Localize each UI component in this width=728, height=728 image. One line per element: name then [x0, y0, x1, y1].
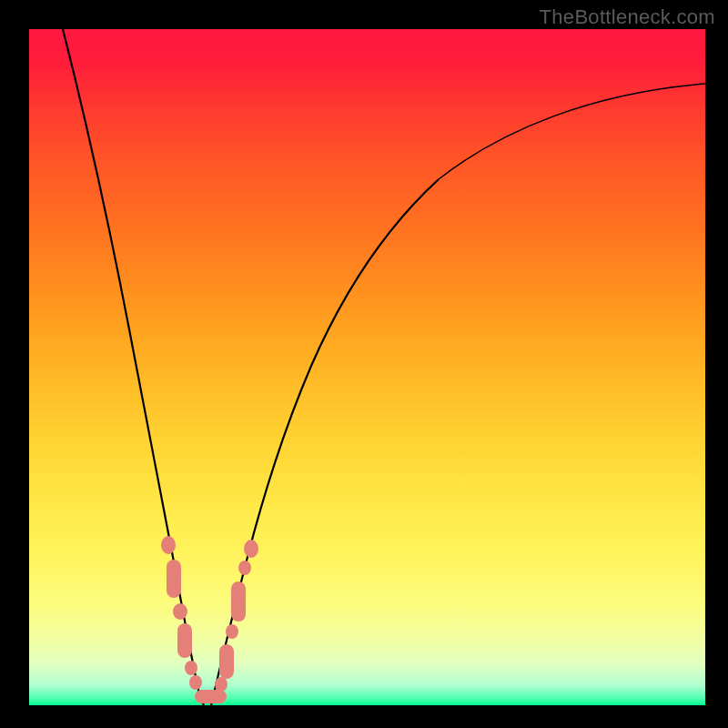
chart-svg: [29, 29, 705, 705]
marker-dot: [226, 624, 238, 639]
marker-dot: [161, 536, 176, 554]
marker-pill: [195, 690, 227, 703]
marker-pill: [177, 623, 192, 658]
chart-frame: TheBottleneck.com: [0, 0, 728, 728]
curve-right-near: [211, 179, 439, 705]
marker-dot: [189, 675, 202, 690]
curve-right-far: [439, 84, 705, 179]
markers-right: [215, 540, 258, 692]
marker-pill: [167, 560, 181, 598]
plot-area: [29, 29, 705, 705]
watermark-text: TheBottleneck.com: [540, 5, 715, 29]
marker-pill: [231, 581, 246, 622]
marker-dot: [238, 561, 251, 575]
marker-dot: [215, 677, 228, 692]
marker-pill: [219, 644, 234, 679]
marker-dot: [173, 603, 187, 620]
marker-dot: [244, 540, 258, 558]
marker-dot: [185, 661, 197, 675]
